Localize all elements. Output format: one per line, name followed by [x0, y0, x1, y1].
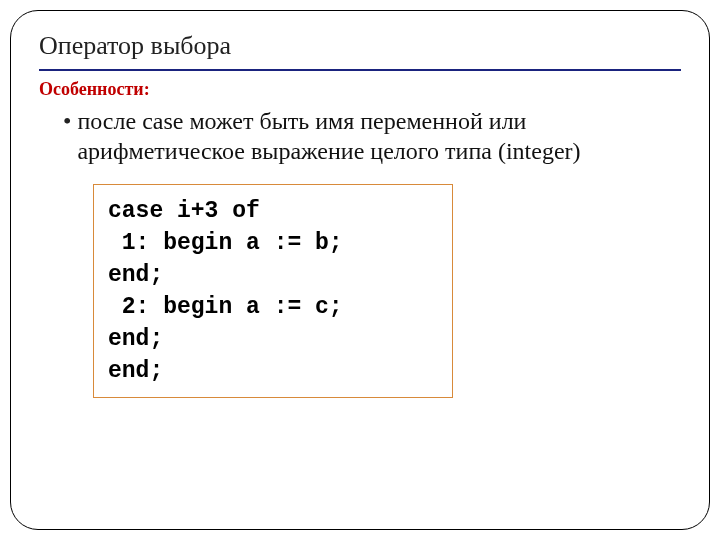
code-line: 1: begin a := b; [108, 227, 438, 259]
slide-frame: Оператор выбора Особенности: • после cas… [10, 10, 710, 530]
bullet-text: после case может быть имя переменной или… [77, 106, 681, 166]
code-line: case i+3 of [108, 195, 438, 227]
code-line: end; [108, 355, 438, 387]
bullet-block: • после case может быть имя переменной и… [63, 106, 681, 166]
code-line: end; [108, 259, 438, 291]
bullet-item: • после case может быть имя переменной и… [63, 106, 681, 166]
code-line: 2: begin a := c; [108, 291, 438, 323]
code-line: end; [108, 323, 438, 355]
bullet-dot-icon: • [63, 106, 71, 136]
code-box: case i+3 of 1: begin a := b; end; 2: beg… [93, 184, 453, 398]
slide-subtitle: Особенности: [39, 79, 681, 100]
slide-title: Оператор выбора [39, 31, 681, 71]
